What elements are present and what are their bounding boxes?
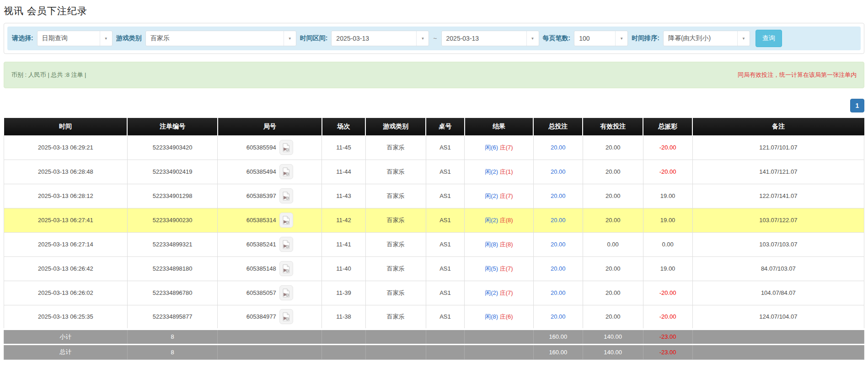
cell-table: AS1 — [426, 281, 465, 305]
round-number: 605385314 — [246, 217, 276, 224]
game-category-select[interactable]: 百家乐 ▼ — [145, 31, 296, 46]
search-button[interactable]: 查询 — [755, 30, 782, 47]
cell-bet-id: 522334896780 — [127, 281, 218, 305]
cell-round: 605385057 — [218, 281, 322, 305]
cell-game: 百家乐 — [365, 256, 426, 281]
cell-valid-bet: 0.00 — [583, 232, 643, 256]
video-replay-button[interactable] — [279, 261, 293, 276]
cell-total-bet: 20.00 — [533, 256, 583, 281]
cell-payout: -20.00 — [643, 281, 692, 305]
total-bet-link[interactable]: 20.00 — [551, 265, 566, 272]
time-sort-select[interactable]: 降幂(由大到小) ▼ — [663, 31, 750, 46]
cell-session: 11-38 — [322, 305, 366, 329]
footer-empty-cell — [465, 329, 533, 344]
round-number: 605384977 — [246, 313, 276, 320]
footer-empty-cell — [465, 344, 533, 359]
date-range-separator: ~ — [433, 35, 437, 42]
result-banker: 庄(1) — [500, 168, 513, 175]
date-from-select[interactable]: 2025-03-13 ▼ — [331, 31, 429, 46]
page-button-1[interactable]: 1 — [850, 99, 864, 112]
date-to-select[interactable]: 2025-03-13 ▼ — [441, 31, 539, 46]
footer-payout: -23.00 — [643, 329, 692, 344]
cell-time: 2025-03-13 06:26:02 — [4, 281, 128, 305]
footer-label: 总计 — [4, 344, 128, 359]
result-player: 闲(2) — [485, 168, 498, 175]
cell-game: 百家乐 — [365, 184, 426, 208]
video-file-icon — [282, 312, 290, 321]
round-number: 605385241 — [246, 241, 276, 248]
cell-round: 605385594 — [218, 135, 322, 160]
cell-time: 2025-03-13 06:29:21 — [4, 135, 128, 160]
cell-session: 11-42 — [322, 208, 366, 232]
video-replay-button[interactable] — [279, 309, 293, 324]
total-bet-link[interactable]: 20.00 — [551, 313, 566, 320]
cell-payout: 19.00 — [643, 184, 692, 208]
summary-note-text: 同局有效投注，统一计算在该局第一张注单内 — [738, 71, 857, 79]
cell-bet-id: 522334902419 — [127, 160, 218, 184]
date-from-value: 2025-03-13 — [332, 35, 416, 42]
col-payout: 总派彩 — [643, 118, 692, 135]
query-type-label: 请选择: — [12, 34, 33, 43]
filter-bar: 请选择: 日期查询 ▼ 游戏类别 百家乐 ▼ 时间区间: 2025-03-13 … — [7, 27, 861, 50]
result-player: 闲(8) — [485, 313, 498, 320]
cell-session: 11-41 — [322, 232, 366, 256]
footer-payout: -23.00 — [643, 344, 692, 359]
video-file-icon — [282, 288, 290, 298]
total-bet-link[interactable]: 20.00 — [551, 241, 566, 248]
round-number: 605385057 — [246, 289, 276, 296]
cell-game: 百家乐 — [365, 160, 426, 184]
footer-empty-cell — [322, 344, 366, 359]
footer-total-bet: 160.00 — [533, 329, 583, 344]
video-replay-button[interactable] — [279, 188, 293, 203]
game-category-label: 游戏类别 — [116, 34, 142, 43]
cell-session: 11-45 — [322, 135, 366, 160]
video-replay-button[interactable] — [279, 213, 293, 228]
time-range-label: 时间区间: — [300, 34, 328, 43]
total-bet-link[interactable]: 20.00 — [551, 217, 566, 224]
total-bet-link[interactable]: 20.00 — [551, 168, 566, 175]
cell-payout: 0.00 — [643, 232, 692, 256]
cell-round: 605384977 — [218, 305, 322, 329]
cell-game: 百家乐 — [365, 135, 426, 160]
cell-payout: -20.00 — [643, 135, 692, 160]
col-bet-id: 注单编号 — [127, 118, 218, 135]
table-row: 2025-03-13 06:27:14522334899321605385241… — [4, 232, 864, 256]
footer-valid-bet: 140.00 — [583, 344, 643, 359]
col-session: 场次 — [322, 118, 366, 135]
total-bet-link[interactable]: 20.00 — [551, 192, 566, 199]
page-size-value: 100 — [574, 35, 615, 42]
cell-game: 百家乐 — [365, 208, 426, 232]
video-replay-button[interactable] — [279, 164, 293, 179]
video-replay-button[interactable] — [279, 285, 293, 300]
cell-round: 605385397 — [218, 184, 322, 208]
footer-empty-cell — [426, 329, 465, 344]
table-row: 2025-03-13 06:25:35522334895877605384977… — [4, 305, 864, 329]
table-row: 2025-03-13 06:26:42522334898180605385148… — [4, 256, 864, 281]
table-header: 时间 注单编号 局号 场次 游戏类别 桌号 结果 总投注 有效投注 总派彩 备注 — [4, 118, 864, 135]
cell-note: 103.07/103.07 — [692, 232, 864, 256]
video-replay-button[interactable] — [279, 237, 293, 252]
cell-valid-bet: 20.00 — [583, 135, 643, 160]
subtotal-row: 小计8160.00140.00-23.00 — [4, 329, 864, 344]
video-replay-button[interactable] — [279, 140, 293, 155]
cell-round: 605385494 — [218, 160, 322, 184]
cell-table: AS1 — [426, 184, 465, 208]
footer-count: 8 — [127, 329, 218, 344]
cell-note: 141.07/121.07 — [692, 160, 864, 184]
video-file-icon — [282, 216, 290, 225]
cell-time: 2025-03-13 06:27:14 — [4, 232, 128, 256]
cell-game: 百家乐 — [365, 232, 426, 256]
cell-bet-id: 522334903420 — [127, 135, 218, 160]
page-size-select[interactable]: 100 ▼ — [574, 31, 628, 46]
footer-empty-cell — [692, 344, 864, 359]
cell-note: 84.07/103.07 — [692, 256, 864, 281]
total-bet-link[interactable]: 20.00 — [551, 144, 566, 151]
cell-table: AS1 — [426, 305, 465, 329]
result-banker: 庄(7) — [500, 144, 513, 151]
total-bet-link[interactable]: 20.00 — [551, 289, 566, 296]
result-banker: 庄(7) — [500, 289, 513, 296]
chevron-down-icon: ▼ — [737, 31, 750, 46]
result-player: 闲(8) — [485, 241, 498, 248]
cell-total-bet: 20.00 — [533, 232, 583, 256]
query-type-select[interactable]: 日期查询 ▼ — [37, 31, 113, 46]
